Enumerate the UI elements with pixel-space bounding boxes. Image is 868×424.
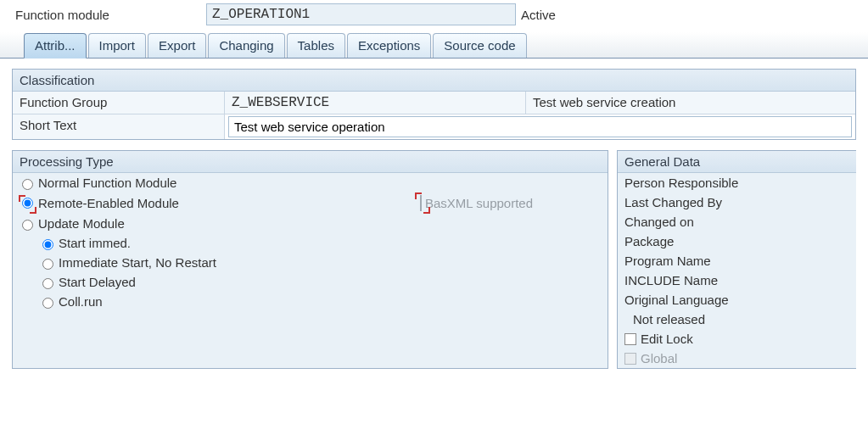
basxml-checkbox[interactable] <box>420 195 422 211</box>
global-label: Global <box>641 351 677 365</box>
short-text-input[interactable] <box>228 116 852 137</box>
status-text: Active <box>516 8 556 22</box>
function-group-value: Z_WEBSERVICE <box>225 92 526 114</box>
tab-source-code[interactable]: Source code <box>433 33 526 58</box>
classification-title: Classification <box>13 70 855 92</box>
bracket-icon <box>423 207 430 214</box>
radio-immediate-no-restart-label: Immediate Start, No Restart <box>59 255 216 270</box>
edit-lock-label: Edit Lock <box>641 332 693 346</box>
include-name-label: INCLUDE Name <box>618 271 856 290</box>
tab-bar: Attrib... Import Export Changing Tables … <box>0 32 868 59</box>
original-language-label: Original Language <box>618 290 856 310</box>
program-name-label: Program Name <box>618 251 856 271</box>
processing-type-group: Processing Type Normal Function Module R… <box>12 150 608 369</box>
changed-on-label: Changed on <box>618 212 856 232</box>
person-responsible-label: Person Responsible <box>618 173 856 192</box>
tab-export[interactable]: Export <box>148 33 206 58</box>
edit-lock-checkbox[interactable] <box>624 333 636 345</box>
package-label: Package <box>618 232 856 251</box>
tab-tables[interactable]: Tables <box>287 33 345 58</box>
global-checkbox <box>624 353 636 365</box>
radio-start-immed[interactable] <box>42 239 53 250</box>
bracket-icon <box>30 207 36 214</box>
classification-group: Classification Function Group Z_WEBSERVI… <box>12 69 856 140</box>
not-released-label: Not released <box>618 310 856 329</box>
radio-coll-run[interactable] <box>42 298 53 309</box>
short-text-label: Short Text <box>13 114 225 139</box>
function-group-label: Function Group <box>13 92 225 114</box>
processing-type-title: Processing Type <box>13 151 608 173</box>
radio-start-delayed[interactable] <box>42 278 53 289</box>
basxml-checkbox-row: BasXML supported <box>420 196 533 210</box>
radio-start-immed-label: Start immed. <box>59 236 131 250</box>
function-module-label: Function module <box>15 8 206 22</box>
radio-remote-label: Remote-Enabled Module <box>38 196 179 210</box>
tab-changing[interactable]: Changing <box>208 33 284 58</box>
basxml-label: BasXML supported <box>425 196 533 210</box>
radio-immediate-no-restart[interactable] <box>42 259 53 270</box>
function-group-desc: Test web service creation <box>526 92 855 114</box>
general-data-group: General Data Person Responsible Last Cha… <box>617 150 856 369</box>
radio-update-module[interactable] <box>22 220 33 231</box>
radio-normal[interactable] <box>22 179 33 190</box>
radio-coll-run-label: Coll.run <box>59 294 103 309</box>
tab-import[interactable]: Import <box>88 33 147 58</box>
radio-normal-label: Normal Function Module <box>38 176 176 190</box>
tab-exceptions[interactable]: Exceptions <box>347 33 431 58</box>
general-data-title: General Data <box>618 151 856 173</box>
last-changed-by-label: Last Changed By <box>618 192 856 212</box>
tab-attributes[interactable]: Attrib... <box>24 33 87 59</box>
bracket-icon <box>19 195 25 202</box>
radio-start-delayed-label: Start Delayed <box>59 275 136 289</box>
function-module-name-input[interactable] <box>206 3 516 25</box>
radio-update-label: Update Module <box>38 216 125 231</box>
